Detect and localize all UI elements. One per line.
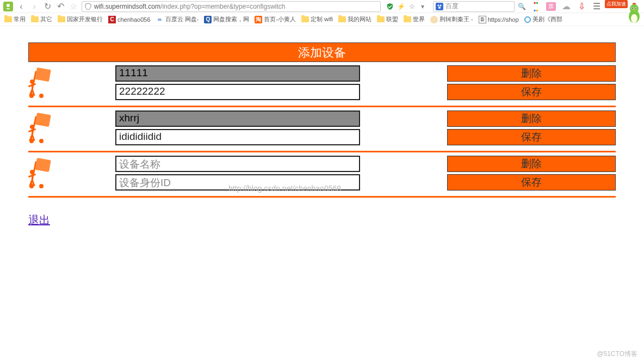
- url-path: /index.php?op=member&type=configswitch: [160, 3, 285, 10]
- bookmark-item[interactable]: 我的网站: [338, 15, 371, 23]
- row-actions: 删除保存: [360, 111, 616, 145]
- svg-point-8: [632, 8, 633, 9]
- folder-icon: [404, 16, 411, 22]
- speed-badge[interactable]: 点我加速: [605, 0, 628, 8]
- save-button[interactable]: 保存: [447, 84, 616, 100]
- bookmark-item[interactable]: 淘首页-小黄人: [255, 15, 296, 23]
- browser-toolbar: ‹ › ↻ ↶ ☆ wifi.supermindsoft.com/index.p…: [0, 0, 644, 13]
- shield-icon: [84, 3, 92, 10]
- svg-point-6: [630, 4, 639, 13]
- url-right-icons: ⚡ ☆ ▾: [386, 3, 426, 10]
- device-id-field[interactable]: idididiidid: [115, 129, 360, 145]
- page-title: 添加设备: [28, 42, 616, 62]
- download-icon[interactable]: ⇩: [577, 1, 586, 11]
- favicon: [524, 16, 531, 23]
- bookmark-item[interactable]: 🗎https://shop: [479, 16, 519, 23]
- flash-icon[interactable]: ⚡: [397, 3, 405, 10]
- bookmark-label: 常用: [14, 15, 26, 23]
- favicon: 🗎: [479, 16, 486, 23]
- row-icon-cell: [28, 65, 115, 98]
- bookmark-label: 定制 wifi: [311, 15, 333, 23]
- search-engine-icon: [436, 3, 443, 10]
- favicon: C: [108, 16, 116, 23]
- bookmark-item[interactable]: Q网盘搜索，网: [204, 15, 249, 23]
- ticket-icon[interactable]: 票: [546, 2, 556, 11]
- bookmark-label: chenhao056: [117, 16, 151, 23]
- bookmark-label: 世界: [413, 15, 425, 23]
- logout-link[interactable]: 退出: [28, 213, 616, 228]
- device-name-field[interactable]: 设备名称: [115, 156, 360, 172]
- dropdown-icon[interactable]: ▾: [419, 3, 426, 10]
- bookmark-item[interactable]: 国家开发银行: [58, 15, 103, 23]
- bookmark-item[interactable]: 常用: [4, 15, 26, 23]
- bookmark-item[interactable]: 定制 wifi: [301, 15, 333, 23]
- device-name-field[interactable]: xhrrj: [115, 111, 360, 127]
- folder-icon: [301, 16, 309, 22]
- device-row: 设备名称设备身份ID删除保存: [28, 152, 616, 198]
- search-engine-name: 百度: [445, 2, 459, 11]
- bookmark-item[interactable]: 世界: [404, 15, 425, 23]
- bookmark-item[interactable]: ∞百度云 网盘-: [156, 15, 199, 23]
- bookmark-label: 其它: [40, 15, 52, 23]
- svg-point-0: [7, 4, 10, 7]
- fields: 设备名称设备身份ID: [115, 156, 360, 191]
- row-icon-cell: [28, 111, 115, 143]
- svg-point-3: [438, 7, 441, 9]
- delete-button[interactable]: 删除: [447, 65, 616, 82]
- address-bar[interactable]: wifi.supermindsoft.com/index.php?op=memb…: [82, 1, 381, 12]
- security-icon[interactable]: [386, 3, 394, 10]
- bookmark-label: 百度云 网盘-: [165, 15, 199, 23]
- folder-icon: [338, 16, 346, 22]
- folder-icon: [31, 16, 39, 22]
- mascot-icon: [627, 2, 642, 24]
- device-row: 1111122222222删除保存: [28, 62, 616, 107]
- watermark-corner: @51CTO博客: [597, 349, 637, 359]
- device-icon: [28, 113, 55, 143]
- device-id-field[interactable]: 设备身份ID: [115, 174, 360, 191]
- row-actions: 删除保存: [360, 65, 616, 100]
- search-box[interactable]: 百度: [433, 1, 515, 12]
- cloud-icon[interactable]: ☁: [561, 1, 571, 11]
- row-icon-cell: [28, 156, 115, 188]
- bookmark-item[interactable]: 美剧《西部: [524, 15, 562, 23]
- hamburger-icon[interactable]: ☰: [592, 1, 602, 11]
- fields: 1111122222222: [115, 65, 360, 100]
- bookmark-star-icon[interactable]: ☆: [408, 3, 416, 10]
- save-button[interactable]: 保存: [447, 174, 616, 191]
- bookmark-item[interactable]: Cchenhao056: [108, 16, 151, 23]
- bookmark-label: 荆轲刺秦王 -: [439, 15, 473, 23]
- undo-button[interactable]: ↶: [55, 1, 65, 11]
- folder-icon: [377, 16, 385, 22]
- bookmark-label: 我的网站: [348, 15, 371, 23]
- bookmark-label: 美剧《西部: [532, 15, 562, 23]
- bookmark-label: 国家开发银行: [67, 15, 103, 23]
- svg-point-5: [631, 14, 637, 23]
- delete-button[interactable]: 删除: [447, 111, 616, 127]
- bookmark-label: https://shop: [488, 16, 519, 23]
- bookmark-item[interactable]: 联盟: [377, 15, 398, 23]
- device-icon: [28, 158, 55, 188]
- star-button[interactable]: ☆: [69, 1, 78, 11]
- bookmark-bar: 常用其它国家开发银行Cchenhao056∞百度云 网盘-Q网盘搜索，网淘首页-…: [0, 13, 644, 26]
- bookmark-item[interactable]: 其它: [31, 15, 52, 23]
- reload-button[interactable]: ↻: [42, 1, 52, 11]
- favicon: ∞: [156, 16, 164, 23]
- search-icon[interactable]: 🔍: [518, 3, 525, 10]
- device-id-field[interactable]: 22222222: [115, 84, 360, 100]
- device-name-field[interactable]: 11111: [115, 65, 360, 82]
- bookmark-label: 首页-小黄人: [264, 15, 296, 23]
- svg-point-10: [635, 8, 636, 9]
- svg-point-2: [440, 4, 442, 6]
- delete-button[interactable]: 删除: [447, 156, 616, 172]
- bookmark-label: 联盟: [386, 15, 398, 23]
- bookmark-item[interactable]: 荆轲刺秦王 -: [430, 15, 473, 23]
- apps-icon[interactable]: ▪▪▪▪: [531, 0, 541, 14]
- device-row: xhrrjidididiidid删除保存: [28, 107, 616, 152]
- tab-favicon: [3, 2, 13, 11]
- save-button[interactable]: 保存: [447, 129, 616, 145]
- row-actions: 删除保存: [360, 156, 616, 191]
- svg-point-1: [438, 4, 439, 6]
- back-button[interactable]: ‹: [16, 2, 26, 11]
- favicon: 淘: [255, 16, 262, 23]
- forward-button[interactable]: ›: [29, 2, 39, 11]
